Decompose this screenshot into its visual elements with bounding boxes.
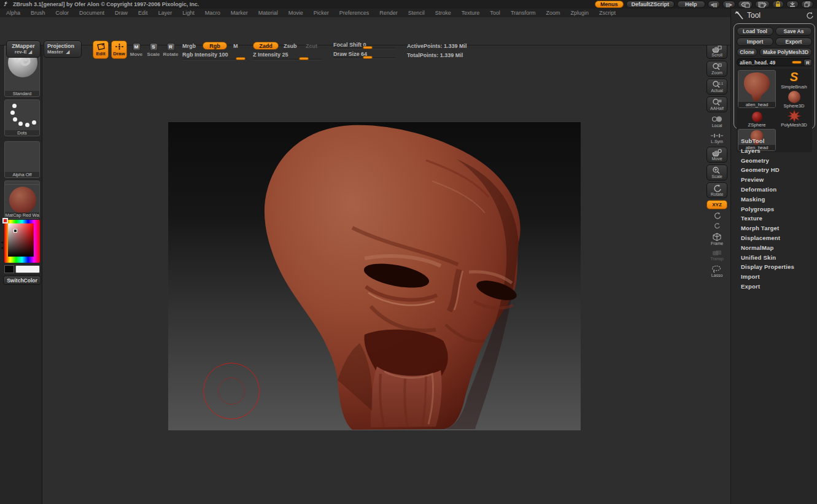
- section-geometry-hd[interactable]: Geometry HD: [741, 165, 817, 175]
- xyz-button[interactable]: XYZ: [707, 200, 727, 209]
- projection-master-button[interactable]: Projection Master ◢: [44, 41, 82, 58]
- menu-document[interactable]: Document: [79, 10, 104, 16]
- frame-button[interactable]: Frame: [707, 231, 727, 247]
- load-tool-button[interactable]: Load Tool: [737, 27, 773, 36]
- sphere3d-tool[interactable]: Sphere3D: [777, 91, 811, 109]
- menu-layer[interactable]: Layer: [158, 10, 172, 16]
- draw-button[interactable]: Draw: [111, 41, 127, 59]
- menu-marker[interactable]: Marker: [231, 10, 248, 16]
- m-button[interactable]: M: [233, 43, 238, 49]
- rotate-y-icon[interactable]: [707, 211, 727, 220]
- lsym-button[interactable]: L.Sym: [707, 131, 727, 145]
- rgb-intensity-handle[interactable]: [236, 57, 246, 60]
- menu-movie[interactable]: Movie: [288, 10, 303, 16]
- clone-button[interactable]: Clone: [737, 48, 757, 56]
- tray-divider-arrows[interactable]: ◂◂: [1, 239, 3, 250]
- secondary-color-swatch[interactable]: [15, 265, 40, 273]
- menu-material[interactable]: Material: [258, 10, 278, 16]
- menu-texture[interactable]: Texture: [462, 10, 480, 16]
- section-export[interactable]: Export: [741, 282, 817, 292]
- edit-button[interactable]: Edit: [93, 41, 109, 59]
- rotate-button[interactable]: R Rotate: [163, 41, 179, 59]
- section-geometry[interactable]: Geometry: [741, 156, 817, 166]
- tool-item-slider-handle[interactable]: [792, 61, 802, 64]
- section-deformation[interactable]: Deformation: [741, 185, 817, 195]
- canvas-move-button[interactable]: Move: [707, 147, 727, 163]
- actual-button[interactable]: 1:1 Actual: [707, 79, 727, 95]
- lock-icon[interactable]: [772, 1, 784, 8]
- menu-zoom[interactable]: Zoom: [546, 10, 560, 16]
- panel-reset-icon[interactable]: [806, 12, 813, 19]
- simplebrush-tool[interactable]: S SimpleBrush: [777, 70, 811, 90]
- zcut-button[interactable]: Zcut: [306, 43, 317, 49]
- menu-light[interactable]: Light: [182, 10, 195, 16]
- menu-render[interactable]: Render: [379, 10, 398, 16]
- menu-macro[interactable]: Macro: [205, 10, 220, 16]
- section-texture[interactable]: Texture: [741, 214, 817, 223]
- save-as-button[interactable]: Save As: [775, 27, 812, 36]
- prev-document-icon[interactable]: [738, 1, 753, 8]
- section-layers[interactable]: Layers: [741, 146, 817, 156]
- local-button[interactable]: Local: [707, 114, 727, 129]
- aahalf-button[interactable]: AAHalf: [707, 96, 727, 112]
- tray-collapse-right-icon[interactable]: |||▸: [722, 1, 735, 8]
- current-tool-thumbnail[interactable]: alien_head: [738, 70, 776, 108]
- scale-button[interactable]: S Scale: [145, 41, 161, 59]
- z-intensity-handle[interactable]: [299, 57, 309, 60]
- material-thumbnail-matcap-red-wax[interactable]: MatCap Red Wa: [4, 184, 40, 219]
- transp-button[interactable]: Transp: [707, 249, 727, 262]
- zadd-button[interactable]: Zadd: [253, 42, 279, 50]
- menu-stencil[interactable]: Stencil: [408, 10, 425, 16]
- section-displacement[interactable]: Displacement: [741, 233, 817, 243]
- section-masking[interactable]: Masking: [741, 195, 817, 204]
- mrgb-button[interactable]: Mrgb: [182, 43, 196, 49]
- z-intensity-slider[interactable]: [253, 59, 322, 60]
- menu-preferences[interactable]: Preferences: [339, 10, 370, 16]
- menus-button[interactable]: Menus: [595, 1, 624, 8]
- section-polygroups[interactable]: Polygroups: [741, 204, 817, 214]
- make-polymesh3d-button[interactable]: Make PolyMesh3D: [759, 48, 812, 56]
- menu-draw[interactable]: Draw: [115, 10, 128, 16]
- move-button[interactable]: M Move: [128, 41, 144, 59]
- tool-r-button[interactable]: R: [803, 59, 812, 66]
- section-unified-skin[interactable]: Unified Skin: [741, 253, 817, 263]
- rotate-z-icon[interactable]: [707, 222, 727, 230]
- export-tool-button[interactable]: Export: [775, 37, 812, 46]
- section-morph-target[interactable]: Morph Target: [741, 223, 817, 233]
- menu-color[interactable]: Color: [56, 10, 69, 16]
- minimize-icon[interactable]: [786, 1, 799, 8]
- menu-alpha[interactable]: Alpha: [6, 10, 20, 16]
- menu-picker[interactable]: Picker: [314, 10, 329, 16]
- help-button[interactable]: Help: [677, 1, 705, 8]
- switch-color-button[interactable]: SwitchColor: [3, 276, 41, 285]
- default-zscript-button[interactable]: DefaultZScript: [626, 1, 675, 8]
- menu-brush[interactable]: Brush: [31, 10, 45, 16]
- section-normalmap[interactable]: NormalMap: [741, 243, 817, 253]
- menu-zplugin[interactable]: Zplugin: [571, 10, 589, 16]
- import-tool-button[interactable]: Import: [737, 37, 773, 46]
- color-picker[interactable]: [4, 220, 40, 263]
- section-display-properties[interactable]: Display Properties: [741, 262, 817, 272]
- rgb-button[interactable]: Rgb: [203, 42, 227, 50]
- alpha-thumbnail[interactable]: Alpha Off: [4, 141, 40, 178]
- canvas-scale-button[interactable]: Scale: [707, 165, 727, 180]
- section-import[interactable]: Import: [741, 272, 817, 282]
- polymesh3d-tool[interactable]: PolyMesh3D: [777, 110, 811, 128]
- zoom-button[interactable]: Zoom: [707, 61, 727, 77]
- section-preview[interactable]: Preview: [741, 175, 817, 185]
- zsphere-tool[interactable]: ZSphere: [738, 110, 776, 128]
- section-subtool[interactable]: SubTool: [741, 136, 817, 146]
- tray-collapse-left-icon[interactable]: ◂|||: [708, 1, 721, 8]
- saturation-value-square[interactable]: [8, 223, 34, 257]
- zmapper-button[interactable]: ZMapper rev-E ◢: [6, 41, 41, 58]
- restore-window-icon[interactable]: [801, 1, 813, 8]
- main-color-swatch[interactable]: [4, 265, 14, 273]
- focal-shift-handle[interactable]: [363, 46, 373, 49]
- menu-tool[interactable]: Tool: [490, 10, 500, 16]
- sculpt-canvas[interactable]: [168, 122, 581, 430]
- canvas-rotate-button[interactable]: Rotate: [707, 182, 727, 198]
- menu-stroke[interactable]: Stroke: [435, 10, 451, 16]
- tool-item-slider[interactable]: alien_head. 49 R: [737, 58, 812, 66]
- draw-size-handle[interactable]: [363, 56, 373, 59]
- next-document-icon[interactable]: [755, 1, 770, 8]
